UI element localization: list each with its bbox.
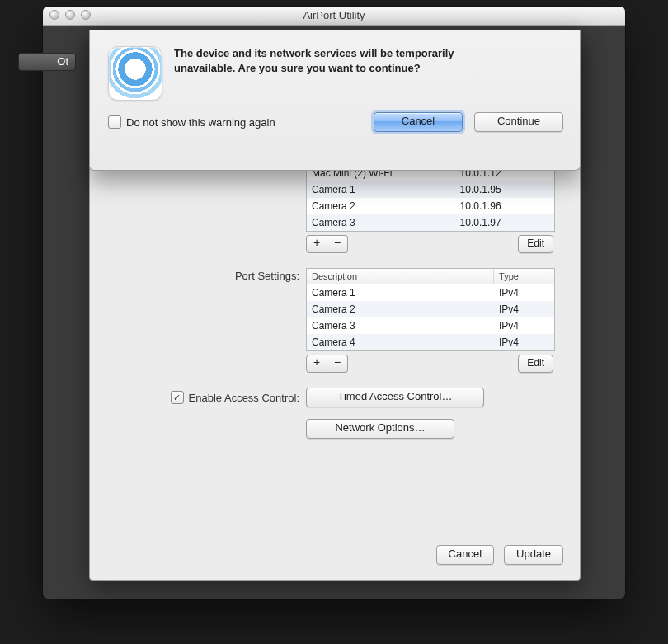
ports-add-button[interactable]: +	[306, 355, 327, 373]
table-row[interactable]: Camera 4 IPv4	[307, 334, 554, 350]
col-type: Type	[494, 269, 554, 284]
table-row[interactable]: Camera 3 IPv4	[307, 317, 554, 334]
warning-sheet: The device and its network services will…	[89, 30, 581, 171]
ports-edit-button[interactable]: Edit	[518, 355, 553, 373]
traffic-lights	[49, 10, 91, 20]
sheet-cancel-button[interactable]: Cancel	[374, 112, 463, 132]
panel-footer: Cancel Update	[436, 545, 563, 565]
col-description: Description	[307, 269, 494, 284]
dhcp-add-remove: + −	[306, 235, 348, 253]
table-row[interactable]: Camera 3 10.0.1.97	[307, 214, 554, 231]
cell-desc: Camera 3	[307, 214, 455, 231]
timed-access-button[interactable]: Timed Access Control…	[306, 388, 484, 407]
cell-addr: 10.0.1.95	[455, 181, 554, 198]
access-control-checkbox[interactable]: ✓	[171, 391, 184, 404]
dhcp-remove-button[interactable]: −	[327, 235, 348, 253]
update-button[interactable]: Update	[504, 545, 563, 565]
cell-type: IPv4	[494, 317, 554, 334]
window-title: AirPort Utility	[303, 9, 365, 21]
dhcp-add-button[interactable]: +	[306, 235, 327, 253]
zoom-icon[interactable]	[81, 10, 91, 20]
ports-table: Description Type Camera 1 IPv4 Camera 2 …	[306, 268, 555, 351]
cell-type: IPv4	[494, 301, 554, 317]
network-options-button[interactable]: Network Options…	[306, 419, 454, 439]
cancel-button[interactable]: Cancel	[436, 545, 494, 565]
table-row[interactable]: Camera 1 IPv4	[307, 284, 554, 301]
table-row[interactable]: Camera 2 10.0.1.96	[307, 198, 554, 214]
ports-add-remove: + −	[306, 355, 348, 373]
sidebar-other-button[interactable]: Ot	[18, 53, 76, 71]
cell-type: IPv4	[494, 284, 554, 301]
cell-addr: 10.0.1.97	[455, 214, 554, 231]
airport-icon	[108, 46, 162, 101]
cell-desc: Camera 1	[307, 284, 494, 301]
cell-desc: Camera 3	[307, 317, 494, 334]
table-row[interactable]: Camera 1 10.0.1.95	[307, 181, 554, 198]
cell-desc: Camera 2	[307, 198, 455, 214]
warning-message: The device and its network services will…	[174, 46, 487, 101]
cell-desc: Camera 4	[307, 334, 494, 350]
ports-remove-button[interactable]: −	[327, 355, 348, 373]
dhcp-table: Mac Mini (2) Wi-Fi 10.0.1.12 Camera 1 10…	[306, 164, 555, 232]
dont-show-label: Do not show this warning again	[126, 116, 275, 129]
cell-addr: 10.0.1.96	[455, 198, 554, 214]
access-control-label: Enable Access Control:	[189, 392, 299, 404]
ports-label: Port Settings:	[90, 268, 306, 282]
cell-desc: Camera 2	[307, 301, 494, 317]
dhcp-edit-button[interactable]: Edit	[518, 235, 553, 253]
cell-desc: Camera 1	[307, 181, 455, 198]
app-window: AirPort Utility Ot Mac Mini (2) Wi-Fi 10…	[43, 7, 625, 599]
dont-show-checkbox[interactable]	[108, 115, 121, 129]
minimize-icon[interactable]	[65, 10, 75, 20]
close-icon[interactable]	[49, 10, 59, 20]
cell-type: IPv4	[494, 334, 554, 350]
sheet-continue-button[interactable]: Continue	[474, 112, 563, 132]
titlebar: AirPort Utility	[43, 7, 625, 26]
table-row[interactable]: Camera 2 IPv4	[307, 301, 554, 317]
